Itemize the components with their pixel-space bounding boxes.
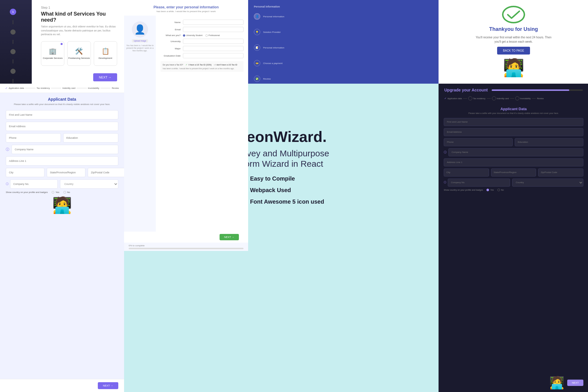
personal-header: Please, enter your personal information … <box>124 0 248 16</box>
country-select[interactable]: Country <box>60 179 118 189</box>
dark-radio-no[interactable]: No <box>497 189 504 191</box>
wp-invest: Investability <box>88 87 99 89</box>
dark-wp-review: Review <box>537 97 544 100</box>
freelancing-label: Freelancing Services <box>68 57 90 59</box>
feature-label-2: Webpack Used <box>250 187 291 194</box>
wizard-footer: NEXT → <box>0 379 124 392</box>
radio-university[interactable]: University Student <box>183 34 203 37</box>
dark-progress-bar <box>492 89 583 91</box>
step-item-personal2[interactable]: 📝 Personal information <box>254 44 433 51</box>
dark-section-sub: Please take a selfie with your document … <box>444 112 583 115</box>
what-radio-group: University Student Professional <box>183 34 220 37</box>
radio-no[interactable]: No <box>63 191 70 194</box>
upload-label[interactable]: Upload Image <box>132 39 148 42</box>
education-input[interactable] <box>63 133 118 142</box>
progress-text: 0% to complete <box>129 244 244 247</box>
marketing-panel-bottom <box>124 251 439 392</box>
company-icon: ⓘ <box>6 147 9 152</box>
show-country-group: Show country on your profile and badges … <box>6 191 118 194</box>
email-input[interactable] <box>183 27 244 32</box>
wizard-character: 🧑‍💻 <box>6 196 118 215</box>
dark-company-row: ⓘ <box>444 148 583 156</box>
personal-header-sub: has been a while. I would like to presen… <box>133 10 239 13</box>
step-dot-1[interactable]: 1 <box>10 9 16 15</box>
avatar-icon: 👤 <box>134 24 146 35</box>
dark-radio-yes[interactable]: Yes <box>486 189 494 191</box>
university-input[interactable] <box>183 39 244 44</box>
step-dot-4[interactable] <box>10 69 16 74</box>
wp-label-2: Tax residency <box>37 87 50 89</box>
company-no-input[interactable] <box>10 179 58 189</box>
wizard-next-button[interactable]: NEXT → <box>98 382 118 389</box>
dark-phone[interactable] <box>444 138 513 146</box>
personal-next-button[interactable]: NEXT → <box>220 234 239 240</box>
dark-check-icon-1: ✓ <box>444 97 447 100</box>
phone-education-row <box>6 133 118 142</box>
service-card-freelancing[interactable]: 🛠️ Freelancing Services <box>67 41 91 66</box>
dark-education[interactable] <box>515 138 584 146</box>
dark-circle-4 <box>515 96 519 100</box>
feature-list: Easy to Compile Webpack Used Font Awesom… <box>239 175 324 206</box>
step-item-review[interactable]: ✅ Review <box>254 76 433 82</box>
avatar-column: 👤 Upload Image You has been a. I would l… <box>124 16 156 232</box>
tax-section: Do you have a Tax ID? ✓ I Have a US Tax … <box>160 61 244 72</box>
dark-radio-yes-circle <box>486 189 489 191</box>
email-input-wf[interactable] <box>6 122 118 131</box>
address-input[interactable] <box>6 156 118 166</box>
radio-yes[interactable]: Yes <box>52 191 59 194</box>
service-next-button[interactable]: NEXT → <box>93 73 117 81</box>
feature-label-1: Easy to Compile <box>250 175 295 182</box>
feature-item-1: Easy to Compile <box>239 175 324 183</box>
personal-progress: 0% to complete <box>124 243 248 251</box>
dark-email[interactable] <box>444 128 583 136</box>
dark-zip[interactable] <box>538 168 583 177</box>
company-name-row: ⓘ <box>6 145 118 154</box>
service-cards: 🏢 Corporate Services 🛠️ Freelancing Serv… <box>41 41 117 66</box>
thankyou-panel: Thankyou for Using You'll receive your f… <box>439 0 588 84</box>
dark-address[interactable] <box>444 158 583 166</box>
dark-city[interactable] <box>444 168 489 177</box>
dark-company-icon: ⓘ <box>444 150 447 154</box>
dark-city-state-zip <box>444 168 583 177</box>
tax-option-no[interactable]: ○ I don't have a US Tax ID <box>214 64 237 66</box>
step-circle-4: 💳 <box>254 60 260 66</box>
wp-label-4: Investability <box>88 87 99 89</box>
personal-body: 👤 Upload Image You has been a. I would l… <box>124 16 248 232</box>
step-item-payment[interactable]: 💳 Choose a payment <box>254 60 433 66</box>
step-circle-3: 📝 <box>254 44 260 51</box>
step-item-solution[interactable]: 💡 Solution Provider <box>254 29 433 35</box>
step-dot-3[interactable] <box>10 49 16 54</box>
dark-first-last-name[interactable] <box>444 118 583 126</box>
dark-state[interactable] <box>491 168 536 177</box>
wp-label-3: Indentity card <box>62 87 75 89</box>
tax-option-yes[interactable]: ✓ I Have a US Tax ID (SSN) <box>186 63 211 66</box>
dark-wp-invest: Investability <box>515 96 531 100</box>
service-title: What kind of Services You need? <box>41 11 117 23</box>
dark-country-select[interactable]: Country <box>512 179 584 187</box>
radio-professional[interactable]: Professional <box>205 34 220 37</box>
city-input[interactable] <box>6 168 44 177</box>
dark-progress-fill <box>492 89 569 91</box>
graduation-input[interactable] <box>183 53 244 58</box>
name-input[interactable] <box>183 20 244 25</box>
show-country-label: Show country on your profile and badges <box>6 191 48 194</box>
step-item-personal[interactable]: 👤 Personal information <box>254 13 433 20</box>
wp-review: Review <box>112 87 119 89</box>
dark-company-no[interactable] <box>448 179 510 187</box>
service-card-development[interactable]: 📋 Development <box>94 41 117 66</box>
zip-input[interactable] <box>88 168 124 177</box>
phone-input[interactable] <box>6 133 61 142</box>
major-input[interactable] <box>183 46 244 51</box>
dark-company-name[interactable] <box>448 148 583 156</box>
state-input[interactable] <box>47 168 85 177</box>
dark-character: 🧑‍💻 <box>549 376 564 390</box>
corporate-icon: 🏢 <box>49 48 57 55</box>
back-to-page-button[interactable]: BACK TO PAGE <box>497 47 530 55</box>
first-last-name-input[interactable] <box>6 110 118 119</box>
what-label: What are you? <box>160 34 181 37</box>
dark-next-button[interactable]: NEXT <box>567 380 583 386</box>
company-name-input[interactable] <box>12 145 118 154</box>
service-card-corporate[interactable]: 🏢 Corporate Services <box>41 41 64 66</box>
progress-bar <box>129 248 244 249</box>
step-dot-2[interactable] <box>10 29 16 35</box>
